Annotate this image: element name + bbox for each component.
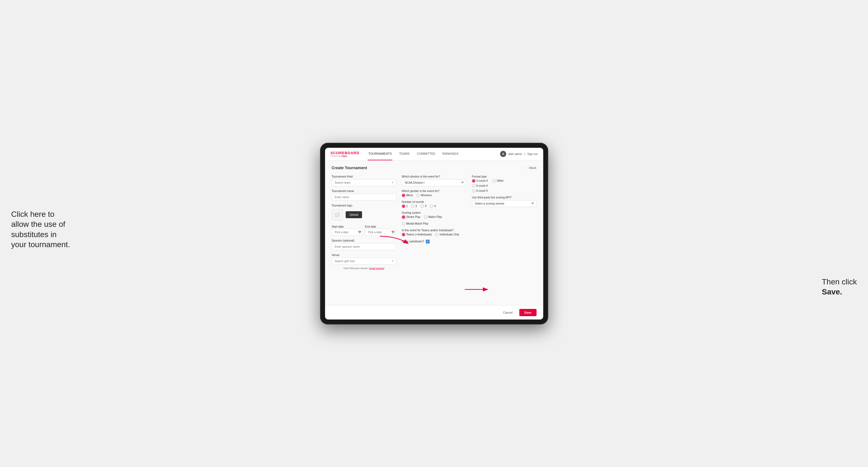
- nav-tournaments[interactable]: TOURNAMENTS: [368, 148, 393, 161]
- tournament-name-group: Tournament name: [332, 189, 396, 201]
- event-individuals-label: Individuals Only: [439, 233, 459, 236]
- rounds-1-label: 1: [406, 205, 408, 208]
- scoring-api-select[interactable]: Select a scoring service: [472, 200, 536, 207]
- rounds-3-radio[interactable]: [421, 205, 424, 208]
- format-5count4-option[interactable]: 5 count 4: [472, 179, 488, 183]
- page-header: Create Tournament Back: [332, 165, 536, 170]
- rounds-group: Number of rounds 1 2: [402, 200, 466, 208]
- start-date-label: Start date: [332, 225, 344, 228]
- format-5count4-radio[interactable]: [472, 179, 475, 183]
- scoring-medal-label: Medal Match Play: [406, 222, 428, 225]
- rounds-3-option[interactable]: 3: [421, 205, 427, 208]
- division-group: Which division is the event for? NCAA Di…: [402, 175, 466, 186]
- powered-by-label: Powered by clippd: [331, 155, 360, 157]
- gender-womens-label: Womens: [421, 194, 432, 197]
- substitutes-checkbox[interactable]: ✓: [426, 240, 430, 244]
- format-5count4-label: 5 count 4: [476, 179, 488, 182]
- tournament-logo-label: Tournament logo: [332, 204, 396, 207]
- nav-divider: |: [524, 153, 525, 156]
- format-6count5-label: 6 count 5: [476, 189, 488, 192]
- venue-help-text: Can't find your venue? email support: [332, 267, 396, 270]
- format-6count5-option[interactable]: 6 count 5: [472, 189, 488, 193]
- scoring-api-label: Use third-party live scoring API?: [472, 196, 536, 199]
- event-for-label: Is this event for Teams and/or Individua…: [402, 229, 466, 232]
- user-avatar: B: [500, 151, 506, 157]
- format-6count4-radio[interactable]: [472, 184, 475, 188]
- scoring-match-radio[interactable]: [424, 215, 427, 219]
- scoring-stroke-radio[interactable]: [402, 215, 405, 219]
- format-other-label: Other: [497, 179, 504, 182]
- rounds-radio-group: 1 2 3: [402, 205, 466, 208]
- format-type-group: Format type 5 count 4 Other: [472, 175, 536, 193]
- scoring-stroke-label: Stroke Play: [406, 215, 421, 218]
- format-6count4-option[interactable]: 6 count 4: [472, 184, 488, 188]
- nav-links: TOURNAMENTS TEAMS COMMITTEE RANKINGS: [368, 148, 500, 161]
- gender-mens-label: Mens: [406, 194, 413, 197]
- sign-out-link[interactable]: Sign out: [527, 153, 538, 156]
- format-type-label: Format type: [472, 175, 536, 178]
- form-col-1: Tournament Host ▼ Tournament name Tourna: [332, 175, 396, 270]
- gender-group: Which gender is the event for? Mens Wome…: [402, 189, 466, 197]
- nav-rankings[interactable]: RANKINGS: [442, 148, 459, 161]
- rounds-4-radio[interactable]: [430, 205, 433, 208]
- division-select-wrap: NCAA Division I: [402, 179, 466, 186]
- division-select[interactable]: NCAA Division I: [402, 179, 466, 186]
- email-support-link[interactable]: email support: [369, 267, 384, 270]
- venue-group: Venue ▼ Can't find your venue? email sup…: [332, 253, 396, 270]
- arrow-left-indicator: [380, 234, 419, 245]
- venue-input[interactable]: [332, 258, 396, 265]
- rounds-1-option[interactable]: 1: [402, 205, 408, 208]
- nav-teams[interactable]: TEAMS: [399, 148, 410, 161]
- venue-input-wrap: ▼: [332, 258, 396, 265]
- scoring-api-group: Use third-party live scoring API? Select…: [472, 196, 536, 207]
- save-button[interactable]: Save: [519, 309, 536, 316]
- scoring-medal-option[interactable]: Medal Match Play: [402, 222, 428, 225]
- form-content: Create Tournament Back Tournament Host ▼: [325, 161, 543, 305]
- rounds-4-option[interactable]: 4: [430, 205, 436, 208]
- rounds-2-radio[interactable]: [411, 205, 414, 208]
- venue-label: Venue: [332, 253, 396, 257]
- gender-womens-option[interactable]: Womens: [416, 194, 432, 197]
- form-footer: Cancel Save: [325, 305, 543, 319]
- event-individuals-radio[interactable]: [435, 233, 438, 236]
- tournament-name-input[interactable]: [332, 194, 396, 201]
- nav-right: B blair admin | Sign out: [500, 151, 537, 157]
- nav-committee[interactable]: COMMITTEE: [416, 148, 436, 161]
- scoring-system-group: Scoring system Stroke Play Match Play: [402, 211, 466, 225]
- rounds-2-option[interactable]: 2: [411, 205, 417, 208]
- format-other-radio[interactable]: [492, 179, 496, 183]
- scoring-match-label: Match Play: [428, 215, 442, 218]
- scoring-api-select-wrap: Select a scoring service: [472, 200, 536, 207]
- arrow-right-indicator: [465, 285, 490, 293]
- tournament-host-group: Tournament Host ▼: [332, 175, 396, 186]
- scoring-stroke-option[interactable]: Stroke Play: [402, 215, 421, 219]
- end-date-label: End date: [365, 225, 376, 228]
- rounds-2-label: 2: [415, 205, 417, 208]
- gender-womens-radio[interactable]: [416, 194, 420, 197]
- rounds-label: Number of rounds: [402, 200, 466, 204]
- format-row-1: 5 count 4 Other: [472, 179, 536, 183]
- svg-point-1: [336, 214, 337, 214]
- annotation-left: Click here to allow the use of substitut…: [11, 209, 72, 250]
- gender-radio-group: Mens Womens: [402, 194, 466, 197]
- form-col-2: Which division is the event for? NCAA Di…: [402, 175, 466, 270]
- tournament-host-input-wrap: ▼: [332, 179, 396, 186]
- form-col-3: Format type 5 count 4 Other: [472, 175, 536, 270]
- scoring-match-option[interactable]: Match Play: [424, 215, 442, 219]
- scoring-medal-radio[interactable]: [402, 222, 405, 225]
- tablet-screen: SCOREBOARD Powered by clippd TOURNAMENTS…: [325, 148, 543, 319]
- back-link[interactable]: Back: [528, 166, 536, 169]
- format-6count4-label: 6 count 4: [476, 184, 488, 187]
- tournament-host-input[interactable]: [332, 179, 396, 186]
- format-row-2: 6 count 4: [472, 184, 536, 188]
- upload-button[interactable]: Upload: [346, 211, 362, 218]
- rounds-1-radio[interactable]: [402, 205, 405, 208]
- gender-mens-radio[interactable]: [402, 194, 405, 197]
- format-6count5-radio[interactable]: [472, 189, 475, 193]
- logo-upload-area: Upload: [332, 209, 396, 220]
- cancel-button[interactable]: Cancel: [499, 309, 517, 316]
- format-other-option[interactable]: Other: [492, 179, 504, 183]
- host-dropdown-icon: ▼: [392, 181, 394, 184]
- event-individuals-option[interactable]: Individuals Only: [435, 233, 459, 236]
- gender-mens-option[interactable]: Mens: [402, 194, 413, 197]
